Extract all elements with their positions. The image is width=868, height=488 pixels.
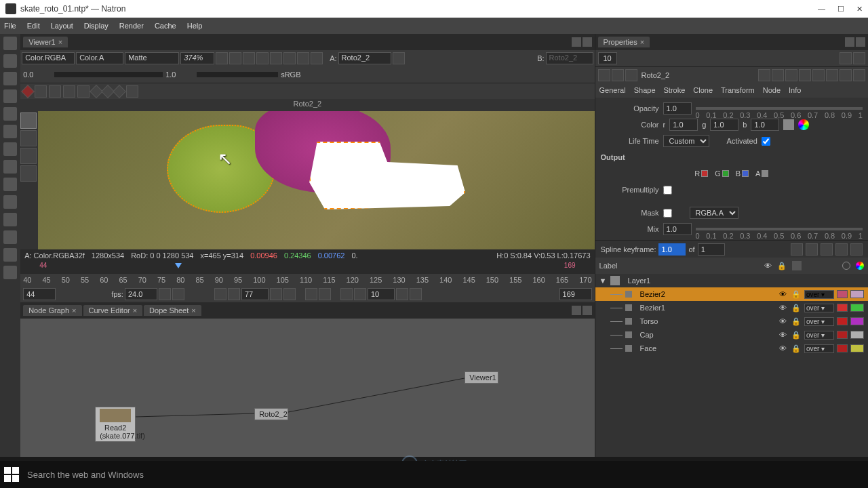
close-icon[interactable]: × (191, 306, 195, 314)
menu-cache[interactable]: Cache (155, 22, 176, 30)
showtransform-button[interactable] (113, 85, 126, 98)
clear-keys-button[interactable] (850, 243, 863, 256)
ripple-button[interactable] (77, 85, 90, 98)
gamma-input[interactable]: 1.0 (165, 70, 195, 79)
layer-row[interactable]: Bezier2👁🔒over ▾ (595, 287, 868, 301)
prev-key-button[interactable] (305, 288, 317, 300)
inc1-input[interactable] (241, 288, 269, 300)
play-back-button[interactable] (270, 288, 282, 300)
next-node-button[interactable] (799, 69, 811, 81)
layer-row[interactable]: Bezier1👁🔒over ▾ (595, 301, 868, 314)
lock-toggle[interactable]: 🔒 (791, 290, 802, 299)
toolbtn-3[interactable] (3, 72, 17, 85)
prev-key2-button[interactable] (791, 243, 803, 256)
visibility-toggle[interactable]: 👁 (777, 331, 788, 339)
gain-slider[interactable] (54, 72, 163, 77)
help-button[interactable] (826, 69, 838, 81)
opacity-slider[interactable]: 00.10.20.30.40.50.60.70.80.91 (696, 107, 863, 110)
fps-input[interactable] (125, 288, 157, 300)
next-key-button[interactable] (319, 288, 331, 300)
r-checkbox[interactable] (701, 170, 708, 177)
b-input-select[interactable]: Roto2_2 (546, 52, 593, 64)
ptab-clone[interactable]: Clone (693, 86, 713, 94)
color-swatch-button[interactable] (783, 119, 794, 130)
layer-row[interactable]: Face👁🔒over ▾ (595, 342, 868, 355)
redo-button[interactable] (612, 69, 624, 81)
toolbtn-1[interactable] (3, 37, 17, 50)
tab-curve[interactable]: Curve Editor× (83, 305, 143, 316)
multistroke-button[interactable] (126, 85, 138, 98)
g-checkbox[interactable] (722, 170, 729, 177)
toolbtn-14[interactable] (3, 266, 17, 279)
lock-toggle[interactable]: 🔒 (791, 317, 802, 326)
tab-dope[interactable]: Dope Sheet× (144, 305, 201, 316)
wipe-button[interactable] (393, 52, 405, 64)
tripsync-button[interactable] (159, 288, 171, 300)
toolbtn-13[interactable] (3, 248, 17, 262)
featherlink-button[interactable] (35, 85, 47, 98)
shape-color-swatch[interactable] (837, 344, 848, 352)
add-key-button[interactable] (821, 243, 833, 256)
lifetime-select[interactable]: Custom (663, 135, 709, 147)
min-panels-button[interactable] (853, 52, 865, 64)
ptab-shape[interactable]: Shape (634, 86, 656, 94)
panel-float-icon[interactable] (572, 306, 581, 315)
select-tool[interactable] (20, 113, 37, 129)
panel-float-icon[interactable] (572, 37, 581, 47)
start-button[interactable] (4, 467, 19, 482)
color-g-input[interactable] (710, 119, 738, 131)
toolbtn-4[interactable] (3, 89, 17, 103)
b-checkbox[interactable] (742, 170, 749, 177)
layer-row[interactable]: Cap👁🔒over ▾ (595, 328, 868, 342)
taskbar-search[interactable]: Search the web and Windows (27, 470, 144, 480)
expand-icon[interactable]: ▼ (599, 277, 608, 285)
zoom-select[interactable]: 374% (180, 52, 214, 64)
toolbtn-5[interactable] (3, 107, 17, 121)
lock-toggle[interactable]: 🔒 (791, 304, 802, 312)
opacity-input[interactable] (663, 102, 692, 115)
ptab-general[interactable]: General (599, 86, 626, 94)
toolbtn-8[interactable] (3, 160, 17, 174)
overlay-color-swatch[interactable] (850, 290, 864, 298)
current-frame-input[interactable] (23, 288, 56, 300)
tab-nodegraph[interactable]: Node Graph× (23, 305, 81, 316)
node-roto[interactable]: Roto2_2 (254, 408, 288, 420)
playmode-button[interactable] (172, 288, 184, 300)
blend-mode-select[interactable]: over ▾ (804, 344, 834, 353)
toolbtn-10[interactable] (3, 195, 17, 209)
last-frame-input[interactable] (559, 288, 592, 300)
clip-button[interactable] (229, 52, 241, 64)
toolbtn-7[interactable] (3, 142, 17, 156)
close-button[interactable]: ✕ (856, 5, 863, 14)
overlay-color-swatch[interactable] (850, 344, 864, 352)
menu-layout[interactable]: Layout (51, 22, 73, 30)
ptab-stroke[interactable]: Stroke (664, 86, 686, 94)
panel-close-icon[interactable] (856, 37, 865, 47)
lock-toggle[interactable]: 🔒 (791, 344, 802, 353)
spline-total-input[interactable] (698, 243, 725, 256)
mask-channel-select[interactable]: RGBA.A (690, 207, 738, 219)
node-graph[interactable]: Read2 (skate.077.tif) Roto2_2 Viewer1 (20, 319, 594, 457)
sticky-button[interactable] (63, 85, 75, 98)
node-read[interactable]: Read2 (skate.077.tif) (95, 407, 136, 442)
bbox-button[interactable] (49, 85, 61, 98)
close-icon[interactable]: × (133, 306, 137, 314)
bezier-tool[interactable] (20, 148, 37, 164)
overlay-color-swatch[interactable] (850, 331, 864, 339)
inc2-input[interactable] (368, 288, 395, 300)
prev-node-button[interactable] (785, 69, 797, 81)
lock-toggle[interactable]: 🔒 (791, 331, 802, 340)
layer-group[interactable]: ▼ Layer1 (595, 274, 868, 287)
playhead-icon[interactable] (175, 263, 182, 268)
last-frame-button[interactable] (410, 288, 422, 300)
close-panel-button[interactable] (853, 69, 865, 81)
node-viewer[interactable]: Viewer1 (465, 371, 498, 384)
layer-select[interactable]: Color.RGBA (22, 52, 75, 64)
points-tool[interactable] (20, 130, 37, 146)
layer-row[interactable]: Torso👁🔒over ▾ (595, 314, 868, 328)
mix-input[interactable] (663, 223, 692, 235)
pause-button[interactable] (283, 52, 296, 64)
shape-color-swatch[interactable] (837, 317, 848, 325)
gamma-slider[interactable] (197, 72, 278, 77)
toolbtn-11[interactable] (3, 213, 17, 226)
